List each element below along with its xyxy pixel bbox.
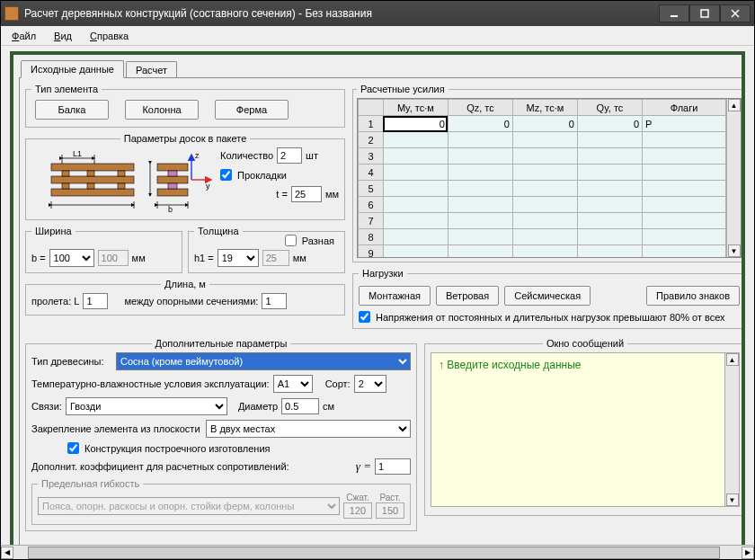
select-wood[interactable]: Сосна (кроме веймутовой): [116, 352, 411, 370]
label-links: Связи:: [31, 401, 62, 412]
col-Qy[interactable]: Qy, тс: [577, 100, 642, 116]
cell-selected[interactable]: 0: [383, 116, 448, 132]
select-grade[interactable]: 2: [354, 375, 386, 393]
maximize-button[interactable]: [689, 4, 720, 22]
group-slender: Предельная гибкость Пояса, опорн. раскос…: [31, 478, 411, 525]
table-row[interactable]: 8: [359, 229, 726, 245]
minimize-button[interactable]: [659, 4, 689, 22]
menu-view[interactable]: Вид: [49, 29, 77, 43]
btn-mont[interactable]: Монтажная: [359, 286, 431, 306]
label-h1: h1 =: [194, 253, 214, 263]
scroll-left-icon[interactable]: ◀: [1, 547, 13, 559]
label-gamma: Дополнит. коэффициент для расчетных сопр…: [31, 461, 289, 472]
group-messages: Окно сообщений ↑ Введите исходные данные…: [424, 338, 745, 516]
group-thickness: Толщина Разная h1 = 19 мм: [188, 226, 345, 273]
table-row[interactable]: 2: [359, 132, 726, 148]
btn-column[interactable]: Колонна: [125, 100, 199, 120]
svg-rect-7: [62, 171, 69, 176]
svg-rect-6: [51, 189, 134, 196]
col-Flags[interactable]: Флаги: [643, 100, 726, 116]
check-onsite[interactable]: [67, 442, 79, 454]
btn-signs[interactable]: Правило знаков: [646, 286, 740, 306]
table-row[interactable]: 3: [359, 148, 726, 164]
label-temp: Температурно-влажностные условия эксплуа…: [31, 378, 270, 389]
boards-diagram: L1: [33, 147, 213, 214]
input-t[interactable]: [291, 186, 322, 202]
svg-rect-20: [157, 176, 188, 183]
forces-grid[interactable]: My, тс·м Qz, тс Mz, тс·м Qy, тс Флаги: [357, 98, 742, 258]
legend-width: Ширина: [31, 226, 76, 236]
svg-rect-23: [168, 183, 177, 189]
grid-corner[interactable]: [359, 100, 384, 116]
scroll-up-icon[interactable]: ▲: [728, 99, 741, 111]
input-between[interactable]: [262, 293, 287, 309]
col-My[interactable]: My, тс·м: [383, 100, 448, 116]
close-button[interactable]: [720, 4, 751, 22]
input-gamma[interactable]: [375, 458, 411, 475]
legend-forces: Расчетные усилия: [357, 84, 449, 94]
table-row[interactable]: 6: [359, 197, 726, 213]
label-stress80: Напряжения от постоянных и длительных на…: [376, 312, 725, 323]
menu-help[interactable]: Справка: [84, 29, 134, 43]
group-elem-type: Тип элемента Балка Колонна Ферма: [25, 84, 345, 128]
btn-seis[interactable]: Сейсмическая: [504, 286, 591, 306]
btn-truss[interactable]: Ферма: [215, 100, 289, 120]
unit-t: мм: [325, 189, 339, 200]
select-h1[interactable]: 19: [218, 249, 259, 267]
legend-extra: Дополнительные параметры: [152, 338, 291, 349]
label-grade: Сорт:: [325, 378, 351, 389]
group-length: Длина, м пролета: L между опорными сечен…: [25, 279, 345, 316]
grid-vscroll[interactable]: ▲ ▼: [726, 99, 741, 257]
legend-slender: Предельная гибкость: [38, 478, 143, 489]
table-row[interactable]: 5: [359, 181, 726, 197]
select-b[interactable]: 100: [49, 249, 94, 267]
tab-input[interactable]: Исходные данные: [21, 60, 124, 78]
label-wood: Тип древесины:: [31, 356, 112, 367]
legend-boards: Параметры досок в пакете: [120, 133, 251, 144]
group-boards: Параметры досок в пакете: [25, 133, 345, 220]
check-stress80[interactable]: [359, 311, 370, 323]
svg-rect-10: [62, 183, 69, 189]
btn-beam[interactable]: Балка: [35, 100, 109, 120]
dim-L1: L1: [73, 149, 82, 158]
unit-h: мм: [293, 253, 306, 263]
svg-rect-8: [87, 171, 94, 176]
input-tens: [376, 502, 404, 519]
hscroll-thumb[interactable]: [28, 547, 720, 559]
col-Mz[interactable]: Mz, тс·м: [512, 100, 577, 116]
scroll-right-icon[interactable]: ▶: [742, 547, 754, 559]
label-span: пролета: L: [31, 296, 79, 307]
input-count[interactable]: [277, 147, 302, 164]
input-span[interactable]: [83, 293, 108, 309]
table-row[interactable]: 4: [359, 164, 726, 181]
input-b2: [98, 250, 129, 266]
messages-vscroll[interactable]: ▲ ▼: [724, 353, 739, 506]
btn-wind[interactable]: Ветровая: [436, 286, 499, 306]
table-row[interactable]: 7: [359, 213, 726, 229]
svg-text:y: y: [206, 182, 210, 191]
scroll-down-icon[interactable]: ▼: [728, 244, 741, 257]
check-diff[interactable]: [285, 235, 297, 246]
check-gaskets[interactable]: [220, 169, 232, 181]
svg-rect-22: [168, 171, 177, 176]
input-diam[interactable]: [281, 398, 319, 414]
scroll-up-icon[interactable]: ▲: [726, 353, 739, 366]
svg-rect-5: [51, 176, 134, 183]
table-row[interactable]: 1 0 0 0 0 P: [359, 116, 726, 132]
svg-rect-19: [157, 164, 188, 171]
menubar: Файл Вид Справка: [1, 26, 754, 46]
select-temp[interactable]: А1: [273, 375, 313, 393]
table-row[interactable]: 9: [359, 245, 726, 258]
select-oop[interactable]: В двух местах: [206, 420, 411, 438]
label-diff: Разная: [302, 236, 334, 246]
group-forces: Расчетные усилия My, тс·м Qz, тс: [352, 84, 745, 262]
menu-file[interactable]: Файл: [6, 29, 41, 43]
window-hscroll[interactable]: ◀ ▶: [1, 545, 754, 559]
label-b: b =: [31, 253, 46, 263]
label-gaskets: Прокладки: [237, 170, 287, 181]
tab-calc[interactable]: Расчет: [126, 61, 177, 78]
select-links[interactable]: Гвозди: [66, 397, 227, 415]
scroll-down-icon[interactable]: ▼: [726, 493, 739, 506]
col-Qz[interactable]: Qz, тс: [448, 100, 512, 116]
unit-b: мм: [132, 253, 146, 263]
